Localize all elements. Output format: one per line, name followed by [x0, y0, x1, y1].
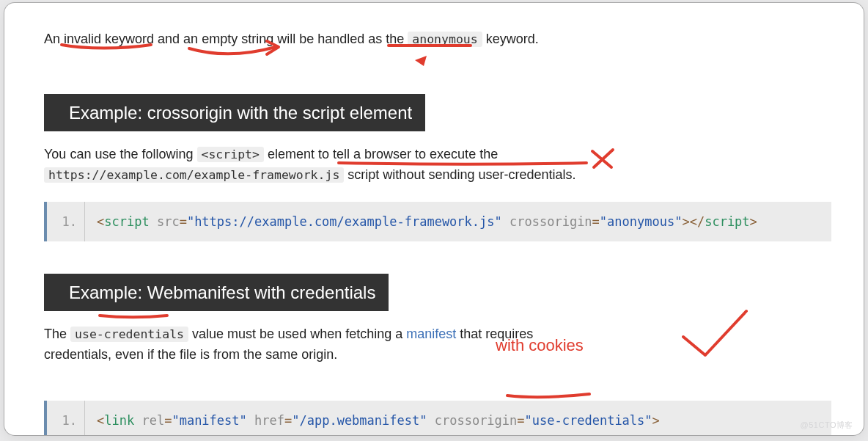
watermark: @51CTO博客: [801, 420, 853, 431]
section2-heading: Example: Webmanifest with credentials: [44, 274, 389, 311]
s2-code-usecred: use-credentials: [70, 327, 188, 342]
s2-text2: value must be used when fetching a: [188, 327, 406, 341]
intro-code-anonymous: anonymous: [408, 32, 482, 47]
intro-text-after: keyword.: [482, 32, 539, 46]
section2-paragraph: The use-credentials value must be used w…: [44, 324, 601, 365]
s2-line-number: 1.: [47, 401, 85, 435]
document-window: An invalid keyword and an empty string w…: [4, 3, 864, 435]
s1-code-url: https://example.com/example-framework.js: [44, 167, 344, 183]
section1-heading: Example: crossorigin with the script ele…: [44, 94, 425, 131]
s1-code-script: <script>: [197, 147, 264, 162]
s1-code-line: <script src="https://example.com/example…: [47, 202, 831, 241]
s1-text3: script without sending user-credentials.: [344, 167, 575, 182]
section2-codeblock: 1. <link rel="manifest" href="/app.webma…: [44, 401, 831, 435]
s1-text2: element to tell a browser to execute the: [264, 147, 498, 161]
intro-text-before: An invalid keyword and an empty string w…: [44, 32, 408, 46]
section1-codeblock: 1. <script src="https://example.com/exam…: [44, 202, 831, 241]
manifest-link[interactable]: manifest: [406, 327, 456, 341]
s2-text1: The: [44, 327, 70, 341]
document-content: An invalid keyword and an empty string w…: [44, 29, 834, 435]
intro-paragraph: An invalid keyword and an empty string w…: [44, 29, 834, 50]
s2-code-line: <link rel="manifest" href="/app.webmanif…: [47, 401, 831, 435]
s1-text1: You can use the following: [44, 147, 197, 161]
section1-paragraph: You can use the following <script> eleme…: [44, 145, 834, 186]
s1-line-number: 1.: [47, 202, 85, 241]
